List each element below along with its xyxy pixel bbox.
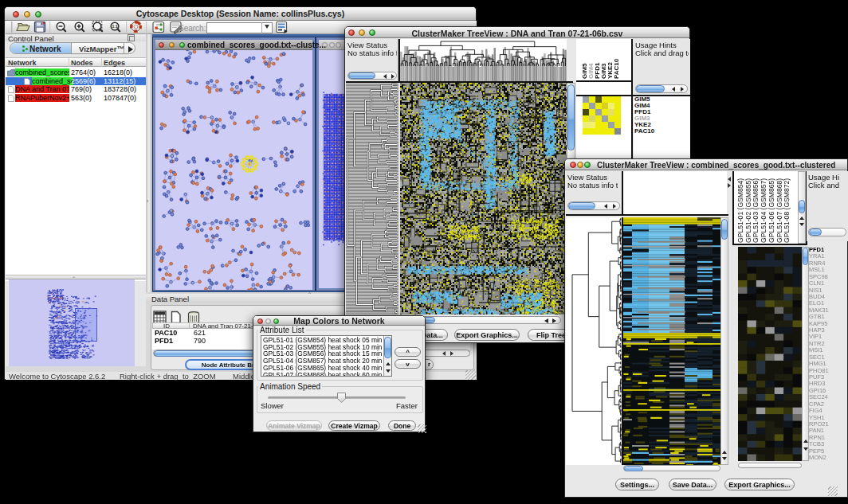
svg-text:GPL51-03 (GSM856): GPL51-03 (GSM856) — [752, 178, 760, 243]
svg-text:GPL51-07 (GSM868): GPL51-07 (GSM868) — [775, 178, 783, 243]
svg-text:GPL51-08 (GSM872): GPL51-08 (GSM872) — [783, 178, 791, 243]
svg-text:PAC10: PAC10 — [613, 58, 620, 79]
svg-text:GPL51-06 (GSM865): GPL51-06 (GSM865) — [768, 178, 775, 243]
svg-text:GPL51-01 (GSM854): GPL51-01 (GSM854) — [736, 178, 744, 243]
svg-text:1:1: 1:1 — [112, 24, 118, 29]
svg-text:GPL51-02 (GSM855): GPL51-02 (GSM855) — [744, 178, 752, 243]
svg-text:GPL51-04 (GSM857): GPL51-04 (GSM857) — [760, 178, 768, 243]
